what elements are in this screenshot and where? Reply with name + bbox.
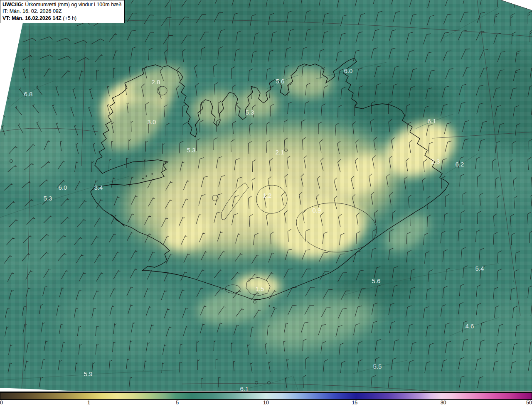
contour-label: 6.0 [344,67,353,74]
colorbar-tick: 0 [0,400,3,406]
colorbar-tick: 50 [526,400,532,406]
colorbar-tick: 15 [352,400,357,406]
colorbar-gradient [0,392,532,400]
map-title-text: Úrkomumætti (mm) og vindur i 100m hæð [24,2,121,7]
contour-label: 5.6 [276,78,285,85]
contour-label: 2.8 [152,78,160,86]
colorbar-tick: 5 [176,400,179,406]
contour-label: 1.5 [256,285,264,292]
contour-label: 5.3 [246,109,254,116]
contour-label: 6.8 [24,90,33,98]
contour-label: 1.2 [263,192,272,199]
colorbar-tick-labels: 01510153050 [0,400,532,406]
contour-label: 5.3 [44,195,52,202]
contour-label: 3.4 [94,184,103,191]
contour-label: 6.2 [456,161,464,168]
colorbar-tick: 1 [87,400,90,406]
map-title-box: UWC/IG: Úrkomumætti (mm) og vindur i 100… [0,0,125,23]
contour-label: 6.1 [428,117,436,125]
contour-label: 6.0 [59,184,67,191]
weather-map-screen: { "header": { "product": "UWC/IG:", "tit… [0,0,532,406]
colorbar-tick: 10 [263,400,269,406]
contour-label: 2.3 [431,158,440,165]
forecast-map: 6.82.85.66.05.33.06.15.32.12.36.26.03.45… [0,0,532,391]
contour-label: 5.4 [475,265,484,272]
contour-label: 2.1 [276,149,284,156]
contour-label: 5.9 [84,370,93,377]
contour-label: 6.1 [240,385,249,391]
contour-label: 5.3 [187,147,196,154]
init-time-line: IT: Mán. 16. 02. 2026 09Z [2,8,121,15]
contour-label: 5.6 [372,277,381,284]
contour-label: 3.0 [148,118,156,125]
valid-time-line: VT: Mán. 16.02.2026 14Z (+5 h) [2,15,121,22]
colorbar: 01510153050 [0,391,532,406]
contour-label: 5.5 [373,363,382,370]
contour-label: 4.6 [466,323,474,330]
colorbar-tick: 30 [441,400,446,406]
product-id: UWC/IG: [2,2,24,7]
map-title-line: UWC/IG: Úrkomumætti (mm) og vindur i 100… [2,1,121,8]
precipitable-water-wind-map: 6.82.85.66.05.33.06.15.32.12.36.26.03.45… [0,0,532,391]
contour-label: 0.9 [313,207,321,214]
